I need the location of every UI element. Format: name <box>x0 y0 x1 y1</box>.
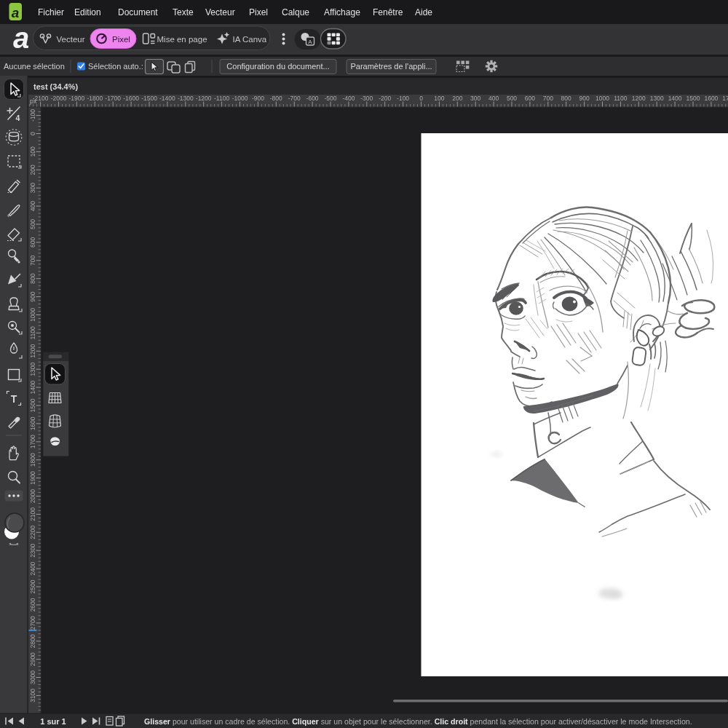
svg-text:Pixel: Pixel <box>112 35 130 44</box>
svg-text:0: 0 <box>29 132 36 135</box>
svg-text:Affichage: Affichage <box>324 7 360 17</box>
svg-text:1700: 1700 <box>29 435 36 448</box>
svg-text:100: 100 <box>434 95 444 102</box>
svg-text:2200: 2200 <box>29 526 36 539</box>
svg-text:700: 700 <box>29 255 36 265</box>
svg-text:Calque: Calque <box>282 7 309 17</box>
svg-text:100: 100 <box>29 146 36 157</box>
svg-text:Aide: Aide <box>415 7 432 17</box>
svg-text:-2000: -2000 <box>51 95 67 102</box>
svg-text:1000: 1000 <box>29 308 36 322</box>
svg-text:-1900: -1900 <box>69 95 85 102</box>
svg-text:-100: -100 <box>29 109 36 122</box>
svg-text:900: 900 <box>579 95 590 102</box>
svg-text:a: a <box>13 22 29 54</box>
svg-text:1200: 1200 <box>632 95 646 102</box>
svg-text:700: 700 <box>543 95 553 102</box>
svg-text:600: 600 <box>525 95 535 102</box>
svg-text:Sélection auto.:: Sélection auto.: <box>88 62 143 71</box>
svg-text:-800: -800 <box>270 95 282 102</box>
svg-text:2400: 2400 <box>29 561 36 575</box>
svg-text:1 sur 1: 1 sur 1 <box>40 717 66 726</box>
svg-text:-200: -200 <box>379 95 391 102</box>
svg-text:200: 200 <box>452 95 462 102</box>
svg-text:2900: 2900 <box>29 652 36 666</box>
svg-text:-100: -100 <box>397 95 409 102</box>
svg-text:1600: 1600 <box>29 416 36 430</box>
svg-text:1700: 1700 <box>722 95 728 102</box>
svg-text:1100: 1100 <box>614 95 628 102</box>
svg-text:-400: -400 <box>342 95 355 102</box>
svg-text:1100: 1100 <box>29 326 36 340</box>
svg-text:1400: 1400 <box>29 380 36 394</box>
svg-text:Pixel: Pixel <box>249 7 268 17</box>
svg-text:-1300: -1300 <box>178 95 194 102</box>
svg-text:-1000: -1000 <box>232 95 248 102</box>
svg-text:Mise en page: Mise en page <box>157 35 207 44</box>
svg-text:a: a <box>12 5 20 20</box>
svg-text:Paramètres de l'appli...: Paramètres de l'appli... <box>350 62 432 71</box>
svg-text:400: 400 <box>488 95 499 102</box>
svg-text:IA Canva: IA Canva <box>233 35 267 44</box>
svg-text:-1200: -1200 <box>196 95 212 102</box>
svg-text:4: 4 <box>16 114 20 122</box>
svg-text:0: 0 <box>419 95 423 102</box>
svg-text:400: 400 <box>29 201 36 211</box>
svg-text:1300: 1300 <box>650 95 664 102</box>
svg-text:-500: -500 <box>324 95 336 102</box>
svg-text:200: 200 <box>29 165 36 175</box>
svg-text:Texte: Texte <box>173 7 194 17</box>
svg-text:300: 300 <box>29 183 36 193</box>
svg-text:2700: 2700 <box>29 616 36 630</box>
svg-text:Document: Document <box>118 7 158 17</box>
svg-text:1500: 1500 <box>29 398 36 412</box>
svg-text:Vecteur: Vecteur <box>205 7 235 17</box>
svg-text:1200: 1200 <box>29 344 36 358</box>
svg-text:-600: -600 <box>306 95 319 102</box>
svg-text:-1700: -1700 <box>105 95 121 102</box>
svg-text:Glisser pour utiliser un cadre: Glisser pour utiliser un cadre de sélect… <box>144 717 692 726</box>
svg-text:2600: 2600 <box>29 598 36 612</box>
svg-text:-1100: -1100 <box>214 95 229 102</box>
svg-text:-900: -900 <box>252 95 264 102</box>
svg-text:A: A <box>308 39 312 45</box>
svg-text:1000: 1000 <box>596 95 609 102</box>
svg-text:-1800: -1800 <box>87 95 103 102</box>
svg-text:Aucune sélection: Aucune sélection <box>4 62 65 71</box>
svg-text:-1600: -1600 <box>123 95 139 102</box>
svg-text:1400: 1400 <box>668 95 682 102</box>
svg-text:-700: -700 <box>288 95 301 102</box>
svg-text:2500: 2500 <box>29 579 36 593</box>
svg-text:2300: 2300 <box>29 543 36 557</box>
svg-text:-1400: -1400 <box>159 95 175 102</box>
svg-text:2000: 2000 <box>29 489 36 503</box>
svg-text:T: T <box>11 393 17 405</box>
svg-text:900: 900 <box>29 291 36 301</box>
svg-text:800: 800 <box>29 273 36 283</box>
svg-text:300: 300 <box>470 95 480 102</box>
svg-text:test (34.4%): test (34.4%) <box>33 82 78 91</box>
svg-text:Edition: Edition <box>74 7 101 17</box>
svg-text:1800: 1800 <box>29 453 36 467</box>
svg-text:3100: 3100 <box>29 689 36 703</box>
svg-text:1500: 1500 <box>687 95 700 102</box>
svg-text:-300: -300 <box>360 95 373 102</box>
svg-text:px: px <box>30 98 37 105</box>
svg-text:1900: 1900 <box>29 471 36 485</box>
svg-text:500: 500 <box>29 219 36 229</box>
svg-text:2800: 2800 <box>29 634 36 648</box>
svg-text:1600: 1600 <box>704 95 718 102</box>
svg-text:500: 500 <box>507 95 517 102</box>
svg-text:600: 600 <box>29 237 36 248</box>
svg-text:Configuration du document...: Configuration du document... <box>226 62 329 71</box>
svg-text:3000: 3000 <box>29 670 36 684</box>
svg-text:1300: 1300 <box>29 362 36 376</box>
svg-text:Vecteur: Vecteur <box>57 35 85 44</box>
svg-text:Fenêtre: Fenêtre <box>373 7 403 17</box>
svg-text:-1500: -1500 <box>141 95 157 102</box>
svg-text:800: 800 <box>561 95 571 102</box>
svg-text:Fichier: Fichier <box>38 7 64 17</box>
svg-text:2100: 2100 <box>29 507 36 521</box>
